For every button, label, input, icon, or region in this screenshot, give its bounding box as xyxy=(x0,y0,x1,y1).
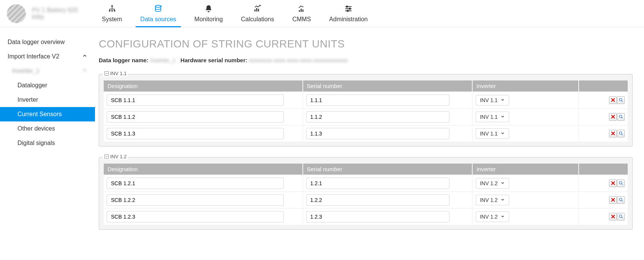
inverter-select-value: INV 1.2 xyxy=(480,214,498,220)
delete-button[interactable] xyxy=(609,213,617,221)
delete-button[interactable] xyxy=(609,113,617,121)
sidebar-item-overview[interactable]: Data logger overview xyxy=(0,35,95,49)
svg-rect-2 xyxy=(111,10,113,11)
hierarchy-icon xyxy=(108,5,117,14)
building-icon xyxy=(297,5,306,14)
tab-system[interactable]: System xyxy=(100,0,123,27)
delete-button[interactable] xyxy=(609,96,617,104)
inverter-select-value: INV 1.2 xyxy=(480,180,498,186)
svg-rect-5 xyxy=(255,9,256,11)
tab-label: Monitoring xyxy=(195,16,223,23)
sidebar-item-datalogger[interactable]: Datalogger xyxy=(0,78,95,93)
chevron-up-icon xyxy=(82,53,87,60)
tab-label: CMMS xyxy=(292,16,311,23)
view-button[interactable] xyxy=(617,96,625,104)
sidebar-item-inverter[interactable]: Inverter xyxy=(0,93,95,107)
collapse-icon[interactable]: − xyxy=(104,154,109,159)
col-actions xyxy=(579,80,628,91)
svg-rect-3 xyxy=(114,10,115,11)
database-icon xyxy=(153,5,163,14)
inverter-select[interactable]: INV 1.1 xyxy=(476,95,509,106)
table-row: INV 1.1 xyxy=(104,92,628,108)
designation-input[interactable] xyxy=(107,111,284,123)
view-button[interactable] xyxy=(617,113,625,121)
group-legend[interactable]: −INV 1.2 xyxy=(103,154,128,159)
sidebar-item-label: Inverter_1 xyxy=(12,68,40,74)
group-name: INV 1.1 xyxy=(110,71,127,76)
serial-input[interactable] xyxy=(306,128,449,139)
designation-input[interactable] xyxy=(107,194,284,206)
view-button[interactable] xyxy=(617,130,625,137)
tab-administration[interactable]: Administration xyxy=(328,0,369,27)
designation-input[interactable] xyxy=(107,95,284,106)
view-button[interactable] xyxy=(617,180,625,187)
inverter-select-value: INV 1.2 xyxy=(480,197,498,203)
project-name: PV 1 Battery 820 kWp xyxy=(32,7,89,20)
tab-data-sources[interactable]: Data sources xyxy=(139,0,177,27)
col-inverter: Inverter xyxy=(473,164,578,175)
tab-cmms[interactable]: CMMS xyxy=(291,0,312,27)
sidebar-item-digital-signals[interactable]: Digital signals xyxy=(0,136,95,150)
sidebar-item-group[interactable]: Inverter_1 xyxy=(0,64,95,78)
inverter-select[interactable]: INV 1.2 xyxy=(476,178,509,189)
tab-monitoring[interactable]: Monitoring xyxy=(193,0,225,27)
serial-input[interactable] xyxy=(306,95,449,106)
view-button[interactable] xyxy=(617,213,625,221)
svg-rect-7 xyxy=(258,9,259,11)
col-designation: Designation xyxy=(104,164,302,175)
scu-table: DesignationSerial numberInverterINV 1.1I… xyxy=(103,80,628,142)
svg-point-13 xyxy=(347,10,348,11)
serial-input[interactable] xyxy=(306,111,449,123)
sidebar-item-import-interface[interactable]: Import Interface V2 xyxy=(0,49,95,64)
inverter-select[interactable]: INV 1.2 xyxy=(476,211,509,222)
inverter-group: −INV 1.1DesignationSerial numberInverter… xyxy=(99,74,633,147)
sidebar-item-label: Other devices xyxy=(17,125,55,132)
inverter-select-value: INV 1.1 xyxy=(480,114,498,120)
delete-button[interactable] xyxy=(609,180,617,187)
chevron-down-icon xyxy=(500,131,505,137)
chevron-down-icon xyxy=(500,197,505,203)
delete-button[interactable] xyxy=(609,130,617,137)
svg-rect-10 xyxy=(302,9,304,11)
sidebar-item-label: Datalogger xyxy=(17,82,47,89)
inverter-select-value: INV 1.1 xyxy=(480,97,498,103)
serial-input[interactable] xyxy=(306,194,449,206)
meta-row: Data logger name: Inverter_1 Hardware se… xyxy=(99,57,633,63)
designation-input[interactable] xyxy=(107,128,284,139)
col-serial: Serial number xyxy=(303,80,472,91)
table-row: INV 1.1 xyxy=(104,126,628,142)
sidebar-item-label: Data logger overview xyxy=(8,39,65,46)
inverter-select[interactable]: INV 1.1 xyxy=(476,112,509,122)
sidebar-item-current-sensors[interactable]: Current Sensors xyxy=(0,107,95,121)
inverter-select[interactable]: INV 1.1 xyxy=(476,128,509,139)
sidebar-item-other-devices[interactable]: Other devices xyxy=(0,121,95,136)
meta-logger-value: Inverter_1 xyxy=(150,57,176,63)
inverter-select[interactable]: INV 1.2 xyxy=(476,195,509,205)
view-button[interactable] xyxy=(617,196,625,204)
svg-rect-1 xyxy=(109,10,110,11)
tab-calculations[interactable]: Calculations xyxy=(239,0,275,27)
sidebar-item-label: Current Sensors xyxy=(17,111,62,118)
chevron-down-icon xyxy=(500,97,505,103)
col-serial: Serial number xyxy=(303,164,472,175)
sidebar-item-label: Inverter xyxy=(17,96,38,103)
table-row: INV 1.2 xyxy=(104,192,628,208)
meta-logger-label: Data logger name: xyxy=(99,57,149,63)
tab-label: Administration xyxy=(329,16,367,23)
sliders-icon xyxy=(344,5,353,14)
collapse-icon[interactable]: − xyxy=(104,71,109,76)
group-legend[interactable]: −INV 1.1 xyxy=(103,71,128,76)
delete-button[interactable] xyxy=(609,196,617,204)
designation-input[interactable] xyxy=(107,178,284,189)
svg-point-4 xyxy=(155,5,161,7)
designation-input[interactable] xyxy=(107,211,284,222)
svg-point-11 xyxy=(347,6,348,7)
inverter-select-value: INV 1.1 xyxy=(480,131,498,137)
project-avatar xyxy=(7,4,26,23)
svg-rect-6 xyxy=(256,8,257,11)
group-name: INV 1.2 xyxy=(110,154,127,159)
serial-input[interactable] xyxy=(306,211,449,222)
tab-label: System xyxy=(102,16,122,23)
col-designation: Designation xyxy=(104,80,302,91)
serial-input[interactable] xyxy=(306,178,449,189)
